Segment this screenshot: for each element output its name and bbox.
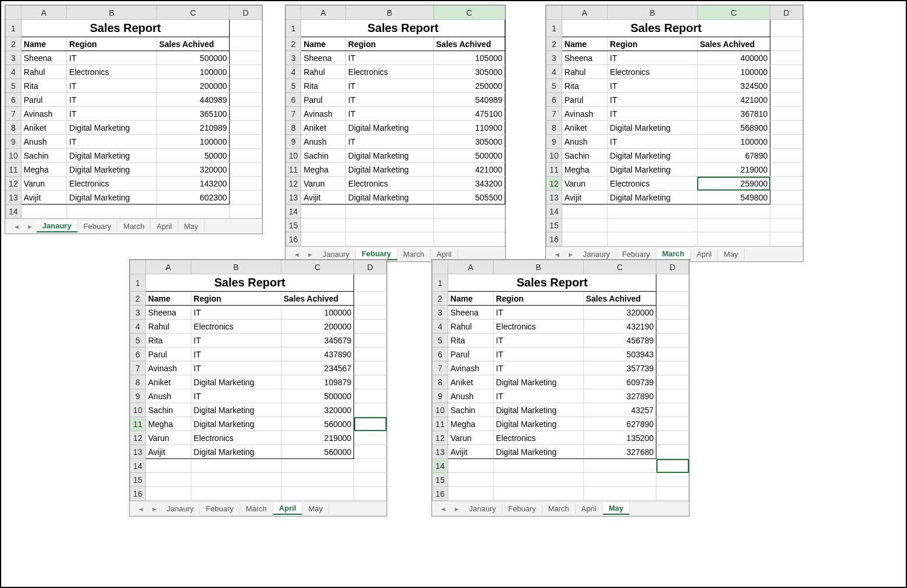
row-header[interactable]: 5 (130, 334, 146, 347)
row-header[interactable]: 2 (286, 37, 301, 51)
table-cell[interactable]: IT (67, 107, 157, 121)
table-cell[interactable]: Digital Marketing (191, 417, 281, 431)
table-cell[interactable]: Megha (562, 163, 607, 177)
table-cell[interactable]: 505500 (434, 191, 505, 205)
table-cell[interactable]: Sachin (562, 149, 607, 163)
report-title[interactable]: Sales Report (448, 274, 656, 292)
table-cell[interactable]: 421000 (434, 163, 505, 177)
cell[interactable] (656, 347, 689, 361)
table-cell[interactable]: Anush (562, 135, 607, 149)
cell[interactable] (608, 205, 698, 218)
tab-nav-next-icon[interactable]: ► (303, 251, 317, 258)
table-cell[interactable]: IT (191, 347, 281, 361)
cell[interactable] (608, 218, 698, 232)
cell[interactable] (354, 487, 387, 501)
table-cell[interactable]: Anush (145, 389, 191, 403)
table-cell[interactable]: Digital Marketing (67, 121, 157, 135)
table-cell[interactable]: 456789 (583, 334, 656, 347)
table-cell[interactable]: Avijit (448, 445, 493, 459)
cell[interactable] (145, 487, 191, 501)
cell[interactable] (656, 459, 689, 473)
table-cell[interactable]: Sachin (21, 149, 66, 163)
table-cell[interactable]: 234567 (281, 361, 354, 375)
table-cell[interactable]: IT (345, 135, 433, 149)
sheet-tab-march[interactable]: March (240, 503, 273, 514)
cell[interactable] (281, 459, 354, 473)
row-header[interactable]: 2 (547, 37, 562, 51)
row-header[interactable]: 2 (433, 292, 448, 306)
cell[interactable] (354, 375, 387, 389)
table-cell[interactable]: Avijit (21, 191, 66, 205)
cell[interactable] (770, 163, 803, 177)
row-header[interactable]: 10 (286, 149, 301, 163)
cell[interactable] (354, 417, 387, 431)
table-cell[interactable]: Electronics (67, 177, 157, 191)
column-header-A[interactable]: A (301, 6, 346, 20)
row-header[interactable]: 13 (286, 191, 301, 205)
row-header[interactable]: 10 (6, 149, 22, 163)
column-header-A[interactable]: A (562, 6, 607, 20)
cell[interactable] (354, 431, 387, 445)
table-cell[interactable]: Electronics (608, 177, 698, 191)
cell[interactable] (656, 417, 689, 431)
row-header[interactable]: 1 (286, 20, 301, 37)
cell[interactable] (345, 218, 433, 232)
table-cell[interactable]: Rahul (301, 65, 346, 79)
table-cell[interactable]: 135200 (583, 431, 656, 445)
sheet-tab-march[interactable]: March (542, 503, 576, 514)
sheet-tab-april[interactable]: April (273, 503, 303, 515)
column-header-A[interactable]: A (448, 260, 493, 274)
table-header-cell[interactable]: Sales Achived (697, 37, 770, 51)
sheet-tab-march[interactable]: March (398, 249, 431, 260)
cell[interactable] (230, 51, 262, 65)
cell[interactable] (583, 459, 656, 473)
row-header[interactable]: 3 (433, 306, 448, 320)
cell[interactable] (494, 487, 584, 501)
table-cell[interactable]: Aniket (448, 375, 493, 389)
cell[interactable] (656, 320, 689, 334)
table-cell[interactable]: Varun (448, 431, 493, 445)
table-cell[interactable]: 50000 (156, 149, 230, 163)
table-cell[interactable]: Megha (21, 163, 66, 177)
table-cell[interactable]: 100000 (156, 65, 230, 79)
row-header[interactable]: 4 (130, 320, 146, 334)
table-cell[interactable]: Digital Marketing (608, 191, 698, 205)
column-header-C[interactable]: C (434, 6, 505, 20)
row-header[interactable]: 10 (130, 403, 146, 417)
column-header-A[interactable]: A (21, 6, 66, 20)
select-all-corner[interactable] (6, 6, 22, 20)
sheet-tab-febuary[interactable]: Febuary (616, 249, 656, 260)
table-cell[interactable]: Digital Marketing (345, 121, 433, 135)
table-header-cell[interactable]: Region (67, 37, 157, 51)
table-cell[interactable]: Avijit (145, 445, 191, 459)
row-header[interactable]: 3 (286, 51, 301, 65)
table-cell[interactable]: Digital Marketing (608, 149, 698, 163)
table-cell[interactable]: Electronics (494, 320, 584, 334)
table-cell[interactable]: 549800 (697, 191, 770, 205)
table-cell[interactable]: Aniket (145, 375, 191, 389)
table-cell[interactable]: 100000 (281, 306, 354, 320)
table-cell[interactable]: IT (608, 51, 698, 65)
table-header-cell[interactable]: Sales Achived (281, 292, 354, 306)
table-cell[interactable]: 609739 (583, 375, 656, 389)
table-cell[interactable]: 568900 (697, 121, 770, 135)
table-cell[interactable]: 259000 (697, 177, 770, 191)
table-cell[interactable]: Electronics (608, 65, 698, 79)
table-cell[interactable]: Megha (301, 163, 346, 177)
table-cell[interactable]: Anush (301, 135, 346, 149)
row-header[interactable]: 13 (6, 191, 22, 205)
table-cell[interactable]: Digital Marketing (345, 163, 433, 177)
row-header[interactable]: 7 (433, 361, 448, 375)
table-header-cell[interactable]: Region (345, 37, 433, 51)
cell[interactable] (230, 79, 262, 93)
row-header[interactable]: 9 (130, 389, 146, 403)
sheet-tab-may[interactable]: May (302, 503, 329, 514)
table-cell[interactable]: Digital Marketing (494, 375, 584, 389)
sheet-tab-janaury[interactable]: Janaury (463, 503, 502, 514)
row-header[interactable]: 6 (130, 347, 146, 361)
table-cell[interactable]: Varun (301, 177, 346, 191)
row-header[interactable]: 8 (286, 121, 301, 135)
table-cell[interactable]: 475100 (434, 107, 505, 121)
cell[interactable] (354, 361, 387, 375)
table-cell[interactable]: IT (494, 306, 584, 320)
